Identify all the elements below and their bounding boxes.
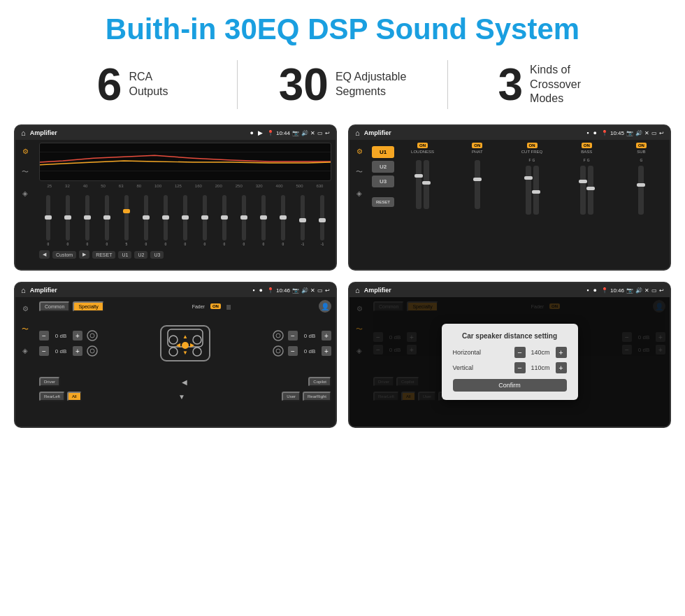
stat-label-crossover: Kinds ofCrossover Modes xyxy=(530,63,607,106)
eq-slider-15[interactable]: -1 xyxy=(320,195,324,246)
rear-right-minus[interactable]: − xyxy=(288,346,298,356)
eq-screen-title: Amplifier xyxy=(30,129,57,136)
specialty-mode-btn[interactable]: Specialty xyxy=(73,301,103,312)
driver-btn[interactable]: Driver xyxy=(39,377,60,387)
vertical-minus-btn[interactable]: − xyxy=(514,362,526,373)
eq-custom-btn[interactable]: Custom xyxy=(52,251,76,259)
dialog-box: Car speaker distance setting Horizontal … xyxy=(442,324,578,400)
rear-left-minus[interactable]: − xyxy=(39,346,49,356)
down-arrow-btn[interactable]: ▼ xyxy=(178,393,185,401)
eq-icon-speaker[interactable]: ◈ xyxy=(18,186,32,200)
eq-icon-filter[interactable]: ⚙ xyxy=(18,144,32,158)
eq-reset-btn[interactable]: RESET xyxy=(92,251,115,259)
fader-dot2: ● xyxy=(259,287,263,294)
crossover-icon-wave[interactable]: 〜 xyxy=(352,165,366,179)
horizontal-plus-btn[interactable]: + xyxy=(556,347,567,358)
stat-item-eq: 30 EQ AdjustableSegments xyxy=(252,62,433,107)
eq-slider-13[interactable]: 0 xyxy=(281,195,285,246)
stats-row: 6 RCAOutputs 30 EQ AdjustableSegments 3 … xyxy=(0,53,685,119)
fader-home-icon[interactable]: ⌂ xyxy=(21,286,26,294)
eq-slider-6[interactable]: 0 xyxy=(144,195,148,246)
bass-slider1[interactable] xyxy=(580,166,586,215)
rear-left-speaker xyxy=(86,345,99,357)
eq-slider-14[interactable]: -1 xyxy=(301,195,305,246)
front-right-minus[interactable]: − xyxy=(288,331,298,341)
u1-button[interactable]: U1 xyxy=(372,146,394,158)
eq-u3-btn[interactable]: U3 xyxy=(150,251,164,259)
fader-icon-filter[interactable]: ⚙ xyxy=(18,301,32,315)
crossover-status-icons: 📍10:45📷🔊✕▭↩ xyxy=(601,130,664,136)
front-left-plus[interactable]: + xyxy=(73,331,82,341)
rearright-btn[interactable]: RearRight xyxy=(303,392,331,401)
crossover-status-bar: ⌂ Amplifier ▪ ● 📍10:45📷🔊✕▭↩ xyxy=(349,126,670,140)
eq-slider-2[interactable]: 0 xyxy=(66,195,70,246)
rearleft-btn[interactable]: RearLeft xyxy=(39,392,65,401)
eq-status-bar: ⌂ Amplifier ● ▶ 📍10:44📷🔊✕▭↩ xyxy=(15,126,336,140)
eq-u1-btn[interactable]: U1 xyxy=(118,251,131,259)
all-btn[interactable]: All xyxy=(67,392,82,401)
sub-slider[interactable] xyxy=(638,166,644,215)
eq-slider-7[interactable]: 0 xyxy=(164,195,168,246)
eq-screen-content: ⚙ 〜 ◈ 2 xyxy=(15,140,336,269)
front-left-minus[interactable]: − xyxy=(39,331,49,341)
left-arrow-btn[interactable]: ◀ xyxy=(182,378,187,386)
svg-text:▶: ▶ xyxy=(190,342,195,348)
eq-slider-12[interactable]: 0 xyxy=(261,195,266,246)
eq-side-icons: ⚙ 〜 ◈ xyxy=(15,140,35,269)
cutfreq-slider2[interactable] xyxy=(533,166,539,215)
u-buttons-col: U1 U2 U3 RESET xyxy=(372,143,394,266)
copilot-btn[interactable]: Copilot xyxy=(308,377,331,387)
eq-slider-3[interactable]: 0 xyxy=(85,195,89,246)
crossover-reset-btn[interactable]: RESET xyxy=(372,197,394,207)
cutfreq-slider1[interactable] xyxy=(526,166,531,215)
crossover-home-icon[interactable]: ⌂ xyxy=(355,129,360,137)
horizontal-value: 140cm xyxy=(528,349,553,356)
fader-status-icons: 📍10:46📷🔊✕▭↩ xyxy=(267,287,330,294)
left-vol-controls: − 0 dB + − 0 dB + xyxy=(39,329,99,357)
right-vol-controls: − 0 dB + − 0 dB + xyxy=(272,329,331,357)
dialog-home-icon[interactable]: ⌂ xyxy=(355,286,360,294)
u2-button[interactable]: U2 xyxy=(372,161,394,173)
eq-slider-10[interactable]: 0 xyxy=(222,195,226,246)
eq-slider-9[interactable]: 0 xyxy=(203,195,207,246)
eq-slider-1[interactable]: 0 xyxy=(46,195,50,246)
bass-slider2[interactable] xyxy=(588,166,593,215)
eq-slider-5[interactable]: 5 xyxy=(124,195,129,246)
cutfreq-col: ON CUT FREQ FG xyxy=(506,143,557,266)
horizontal-minus-btn[interactable]: − xyxy=(514,347,526,358)
user-btn[interactable]: User xyxy=(282,392,301,401)
fader-avatar-icon[interactable]: 👤 xyxy=(319,300,331,313)
common-mode-btn[interactable]: Common xyxy=(39,301,70,312)
phat-slider[interactable] xyxy=(475,160,480,209)
fader-icon-wave[interactable]: 〜 xyxy=(18,322,32,336)
eq-slider-11[interactable]: 0 xyxy=(242,195,246,246)
eq-slider-4[interactable]: 0 xyxy=(105,195,109,246)
dialog-dot2: ● xyxy=(593,287,597,294)
dialog-status-bar: ⌂ Amplifier ▪ ● 📍10:46📷🔊✕▭↩ xyxy=(349,283,670,297)
svg-point-6 xyxy=(90,349,94,353)
loudness-slider2[interactable] xyxy=(424,160,429,209)
rear-right-plus[interactable]: + xyxy=(322,346,331,356)
eq-home-icon[interactable]: ⌂ xyxy=(21,129,26,137)
eq-icon-wave[interactable]: 〜 xyxy=(18,165,32,179)
fader-bottom-row: RearLeft All ▼ User RearRight xyxy=(39,392,331,401)
loudness-slider[interactable] xyxy=(416,160,421,209)
rear-left-plus[interactable]: + xyxy=(73,346,82,356)
svg-text:▼: ▼ xyxy=(182,350,188,356)
fader-screen-title: Amplifier xyxy=(30,287,57,294)
svg-point-20 xyxy=(273,346,283,356)
u3-button[interactable]: U3 xyxy=(372,176,394,187)
fader-icon-speaker[interactable]: ◈ xyxy=(18,343,32,357)
rear-right-speaker xyxy=(272,345,284,357)
eq-next-btn[interactable]: ▶ xyxy=(79,250,89,259)
svg-point-19 xyxy=(276,334,280,338)
crossover-icon-filter[interactable]: ⚙ xyxy=(352,144,366,158)
eq-slider-8[interactable]: 0 xyxy=(183,195,187,246)
eq-prev-btn[interactable]: ◀ xyxy=(39,250,50,259)
confirm-button[interactable]: Confirm xyxy=(453,379,567,392)
front-right-plus[interactable]: + xyxy=(322,331,331,341)
vertical-plus-btn[interactable]: + xyxy=(556,362,567,373)
phat-on-badge: ON xyxy=(472,143,482,148)
crossover-icon-speaker[interactable]: ◈ xyxy=(352,186,366,200)
eq-u2-btn[interactable]: U2 xyxy=(134,251,147,259)
